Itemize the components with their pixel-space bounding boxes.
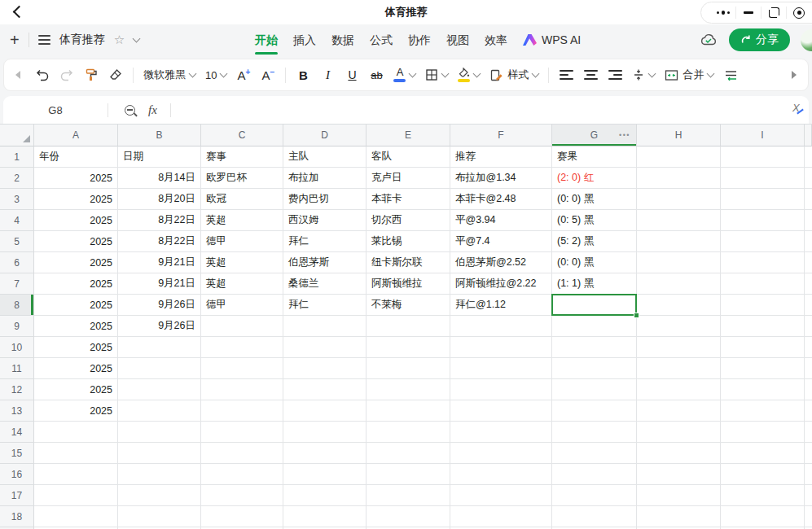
cell-H5[interactable] [637, 231, 721, 252]
underline-button[interactable]: U [345, 63, 359, 86]
row-header-17[interactable]: 17 [0, 485, 34, 506]
new-tab-button[interactable]: + [10, 32, 20, 48]
cell-E10[interactable] [366, 337, 450, 358]
cell-B14[interactable] [118, 422, 201, 443]
cell-C10[interactable] [201, 337, 283, 358]
cell-F9[interactable] [450, 316, 552, 337]
close-button[interactable] [787, 5, 811, 21]
increase-font-button[interactable]: A+ [236, 63, 251, 86]
cell-C1[interactable]: 赛事 [201, 146, 283, 168]
search-icon[interactable] [125, 105, 135, 116]
menu-tab-insert[interactable]: 插入 [293, 24, 316, 55]
decrease-font-button[interactable]: A− [261, 63, 275, 86]
cell-C9[interactable] [201, 316, 283, 337]
menu-tab-start[interactable]: 开始 [255, 24, 278, 55]
cell-G8[interactable] [552, 295, 637, 316]
cell-H15[interactable] [637, 443, 721, 464]
cell-H11[interactable] [637, 358, 721, 379]
cell-I16[interactable] [721, 464, 805, 485]
cell-E2[interactable]: 克卢日 [366, 168, 450, 189]
cell-G15[interactable] [552, 443, 637, 464]
column-options-button[interactable]: ••• [619, 131, 630, 139]
cell-F1[interactable]: 推荐 [450, 146, 552, 168]
cell-B10[interactable] [118, 337, 201, 358]
row-header-18[interactable]: 18 [0, 506, 34, 527]
cell-F7[interactable]: 阿斯顿维拉@2.22 [450, 273, 552, 295]
cell-D2[interactable]: 布拉加 [283, 168, 366, 189]
align-right-button[interactable] [608, 63, 622, 86]
cell-x13[interactable] [805, 400, 812, 422]
cell-G16[interactable] [552, 464, 637, 485]
cell-E5[interactable]: 莱比锡 [366, 231, 450, 252]
cell-F14[interactable] [450, 422, 552, 443]
cell-C16[interactable] [201, 464, 283, 485]
cell-x10[interactable] [805, 337, 812, 358]
row-header-4[interactable]: 4 [0, 210, 34, 231]
cell-G18[interactable] [552, 506, 637, 527]
cell-E6[interactable]: 纽卡斯尔联 [366, 252, 450, 273]
cell-D18[interactable] [283, 506, 366, 527]
cell-I1[interactable] [721, 146, 805, 168]
column-header-partial[interactable] [805, 125, 812, 146]
cell-B2[interactable]: 8月14日 [118, 168, 201, 189]
cell-C12[interactable] [201, 379, 283, 400]
cell-x9[interactable] [805, 316, 812, 337]
cell-D16[interactable] [283, 464, 366, 485]
cell-A16[interactable] [34, 464, 118, 485]
cell-A15[interactable] [34, 443, 118, 464]
column-header-F[interactable]: F [450, 125, 552, 146]
cell-I8[interactable] [721, 295, 805, 316]
more-tools-button[interactable] [787, 63, 801, 86]
cell-x8[interactable] [805, 295, 812, 316]
cell-G6[interactable]: (0: 0) 黑 [552, 252, 637, 273]
cell-G9[interactable] [552, 316, 637, 337]
align-center-button[interactable] [583, 63, 598, 86]
cell-G3[interactable]: (0: 0) 黑 [552, 189, 637, 210]
minimize-button[interactable] [736, 5, 761, 21]
wrap-text-button[interactable] [723, 63, 738, 86]
cell-E8[interactable]: 不莱梅 [366, 295, 450, 316]
cell-D3[interactable]: 费内巴切 [283, 189, 366, 210]
cell-I18[interactable] [721, 506, 805, 527]
cell-A18[interactable] [34, 506, 118, 527]
chevron-down-icon[interactable] [133, 34, 141, 42]
cell-B11[interactable] [118, 358, 201, 379]
row-header-13[interactable]: 13 [0, 400, 34, 422]
italic-button[interactable]: I [320, 63, 335, 86]
cell-G13[interactable] [552, 400, 637, 422]
row-header-11[interactable]: 11 [0, 358, 34, 379]
cell-D17[interactable] [283, 485, 366, 506]
font-name-select[interactable]: 微软雅黑 [143, 68, 195, 82]
cell-F4[interactable]: 平@3.94 [450, 210, 552, 231]
bold-button[interactable]: B [296, 63, 310, 86]
cell-G4[interactable]: (0: 5) 黑 [552, 210, 637, 231]
borders-button[interactable] [425, 68, 448, 81]
cell-I14[interactable] [721, 422, 805, 443]
cell-B9[interactable]: 9月26日 [118, 316, 201, 337]
cell-D15[interactable] [283, 443, 366, 464]
column-header-I[interactable]: I [721, 125, 805, 146]
menu-hamburger-icon[interactable] [38, 35, 50, 44]
cell-A8[interactable]: 2025 [34, 295, 118, 316]
cell-H14[interactable] [637, 422, 721, 443]
cell-A14[interactable] [34, 422, 118, 443]
row-header-9[interactable]: 9 [0, 316, 34, 337]
select-all-corner[interactable] [0, 125, 34, 146]
cell-G2[interactable]: (2: 0) 红 [552, 168, 637, 189]
name-box[interactable]: G8 [3, 104, 108, 116]
cell-x1[interactable] [805, 146, 812, 168]
row-header-3[interactable]: 3 [0, 189, 34, 210]
cell-D11[interactable] [283, 358, 366, 379]
cell-C15[interactable] [201, 443, 283, 464]
cell-I9[interactable] [721, 316, 805, 337]
wps-ai-button[interactable]: WPS AI [523, 33, 581, 46]
cell-G17[interactable] [552, 485, 637, 506]
cell-C4[interactable]: 英超 [201, 210, 283, 231]
cell-E16[interactable] [366, 464, 450, 485]
cell-B5[interactable]: 8月22日 [118, 231, 201, 252]
cell-x5[interactable] [805, 231, 812, 252]
cell-H7[interactable] [637, 273, 721, 295]
cell-B16[interactable] [118, 464, 201, 485]
cell-E12[interactable] [366, 379, 450, 400]
cell-x17[interactable] [805, 485, 812, 506]
